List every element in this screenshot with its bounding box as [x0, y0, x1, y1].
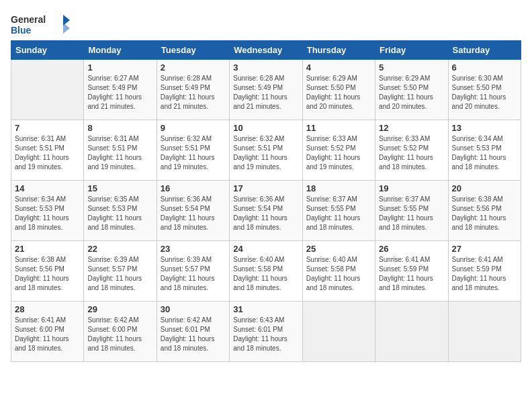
day-number: 3 [233, 62, 298, 73]
day-number: 17 [233, 183, 298, 193]
day-detail: Sunrise: 6:31 AM Sunset: 5:51 PM Dayligh… [15, 134, 80, 172]
weekday-header-thursday: Thursday [302, 41, 375, 60]
calendar-cell: 28Sunrise: 6:41 AM Sunset: 6:00 PM Dayli… [11, 302, 84, 362]
weekday-header-saturday: Saturday [448, 41, 521, 60]
day-detail: Sunrise: 6:30 AM Sunset: 5:50 PM Dayligh… [452, 74, 517, 111]
weekday-header-monday: Monday [84, 41, 157, 60]
day-detail: Sunrise: 6:34 AM Sunset: 5:53 PM Dayligh… [15, 195, 80, 232]
day-detail: Sunrise: 6:43 AM Sunset: 6:01 PM Dayligh… [233, 316, 298, 353]
calendar-cell: 11Sunrise: 6:33 AM Sunset: 5:52 PM Dayli… [302, 120, 375, 181]
day-detail: Sunrise: 6:38 AM Sunset: 5:56 PM Dayligh… [15, 255, 80, 293]
svg-marker-3 [63, 23, 70, 34]
day-detail: Sunrise: 6:42 AM Sunset: 6:01 PM Dayligh… [161, 316, 226, 353]
day-detail: Sunrise: 6:27 AM Sunset: 5:49 PM Dayligh… [87, 74, 152, 111]
calendar-cell [302, 302, 375, 362]
logo-svg: GeneralBlue [11, 11, 78, 38]
day-detail: Sunrise: 6:32 AM Sunset: 5:51 PM Dayligh… [233, 134, 298, 172]
calendar-cell: 14Sunrise: 6:34 AM Sunset: 5:53 PM Dayli… [11, 181, 84, 241]
weekday-header-tuesday: Tuesday [157, 41, 229, 60]
day-detail: Sunrise: 6:34 AM Sunset: 5:53 PM Dayligh… [452, 134, 517, 172]
calendar-cell: 27Sunrise: 6:41 AM Sunset: 5:59 PM Dayli… [448, 241, 521, 302]
day-detail: Sunrise: 6:35 AM Sunset: 5:53 PM Dayligh… [87, 195, 152, 232]
day-detail: Sunrise: 6:29 AM Sunset: 5:50 PM Dayligh… [306, 74, 371, 111]
weekday-header-row: SundayMondayTuesdayWednesdayThursdayFrid… [11, 41, 521, 60]
day-number: 25 [306, 244, 371, 254]
day-number: 4 [306, 62, 371, 73]
day-number: 22 [87, 244, 152, 254]
day-number: 11 [306, 123, 371, 133]
calendar-table: SundayMondayTuesdayWednesdayThursdayFrid… [11, 40, 521, 362]
day-detail: Sunrise: 6:39 AM Sunset: 5:57 PM Dayligh… [161, 255, 226, 293]
calendar-cell: 26Sunrise: 6:41 AM Sunset: 5:59 PM Dayli… [375, 241, 448, 302]
calendar-week-row: 1Sunrise: 6:27 AM Sunset: 5:49 PM Daylig… [11, 60, 521, 120]
calendar-cell [448, 302, 521, 362]
day-detail: Sunrise: 6:29 AM Sunset: 5:50 PM Dayligh… [379, 74, 444, 111]
day-detail: Sunrise: 6:42 AM Sunset: 6:00 PM Dayligh… [87, 316, 152, 353]
calendar-cell: 6Sunrise: 6:30 AM Sunset: 5:50 PM Daylig… [448, 60, 521, 120]
calendar-cell: 7Sunrise: 6:31 AM Sunset: 5:51 PM Daylig… [11, 120, 84, 181]
day-detail: Sunrise: 6:41 AM Sunset: 5:59 PM Dayligh… [379, 255, 444, 293]
calendar-cell: 3Sunrise: 6:28 AM Sunset: 5:49 PM Daylig… [230, 60, 302, 120]
day-detail: Sunrise: 6:31 AM Sunset: 5:51 PM Dayligh… [87, 134, 152, 172]
calendar-week-row: 21Sunrise: 6:38 AM Sunset: 5:56 PM Dayli… [11, 241, 521, 302]
calendar-cell: 31Sunrise: 6:43 AM Sunset: 6:01 PM Dayli… [230, 302, 302, 362]
day-detail: Sunrise: 6:28 AM Sunset: 5:49 PM Dayligh… [161, 74, 226, 111]
day-number: 16 [161, 183, 226, 193]
calendar-cell: 10Sunrise: 6:32 AM Sunset: 5:51 PM Dayli… [230, 120, 302, 181]
calendar-cell: 21Sunrise: 6:38 AM Sunset: 5:56 PM Dayli… [11, 241, 84, 302]
weekday-header-wednesday: Wednesday [230, 41, 302, 60]
calendar-cell: 20Sunrise: 6:38 AM Sunset: 5:56 PM Dayli… [448, 181, 521, 241]
calendar-cell: 22Sunrise: 6:39 AM Sunset: 5:57 PM Dayli… [84, 241, 157, 302]
day-detail: Sunrise: 6:39 AM Sunset: 5:57 PM Dayligh… [87, 255, 152, 293]
day-number: 28 [15, 304, 80, 314]
day-number: 8 [87, 123, 152, 133]
day-detail: Sunrise: 6:41 AM Sunset: 6:00 PM Dayligh… [15, 316, 80, 353]
day-detail: Sunrise: 6:40 AM Sunset: 5:58 PM Dayligh… [306, 255, 371, 293]
svg-text:Blue: Blue [11, 25, 32, 36]
day-number: 18 [306, 183, 371, 193]
day-number: 19 [379, 183, 444, 193]
calendar-cell: 1Sunrise: 6:27 AM Sunset: 5:49 PM Daylig… [84, 60, 157, 120]
day-detail: Sunrise: 6:36 AM Sunset: 5:54 PM Dayligh… [161, 195, 226, 232]
day-detail: Sunrise: 6:40 AM Sunset: 5:58 PM Dayligh… [233, 255, 298, 293]
calendar-cell: 5Sunrise: 6:29 AM Sunset: 5:50 PM Daylig… [375, 60, 448, 120]
calendar-cell: 17Sunrise: 6:36 AM Sunset: 5:54 PM Dayli… [230, 181, 302, 241]
day-detail: Sunrise: 6:33 AM Sunset: 5:52 PM Dayligh… [379, 134, 444, 172]
day-detail: Sunrise: 6:33 AM Sunset: 5:52 PM Dayligh… [306, 134, 371, 172]
calendar-cell: 30Sunrise: 6:42 AM Sunset: 6:01 PM Dayli… [157, 302, 229, 362]
calendar-cell: 19Sunrise: 6:37 AM Sunset: 5:55 PM Dayli… [375, 181, 448, 241]
calendar-cell: 12Sunrise: 6:33 AM Sunset: 5:52 PM Dayli… [375, 120, 448, 181]
day-number: 7 [15, 123, 80, 133]
calendar-cell: 2Sunrise: 6:28 AM Sunset: 5:49 PM Daylig… [157, 60, 229, 120]
calendar-cell: 24Sunrise: 6:40 AM Sunset: 5:58 PM Dayli… [230, 241, 302, 302]
day-number: 9 [161, 123, 226, 133]
weekday-header-friday: Friday [375, 41, 448, 60]
calendar-cell: 9Sunrise: 6:32 AM Sunset: 5:51 PM Daylig… [157, 120, 229, 181]
day-number: 1 [87, 62, 152, 73]
day-number: 20 [452, 183, 517, 193]
calendar-cell: 15Sunrise: 6:35 AM Sunset: 5:53 PM Dayli… [84, 181, 157, 241]
calendar-cell: 4Sunrise: 6:29 AM Sunset: 5:50 PM Daylig… [302, 60, 375, 120]
day-number: 5 [379, 62, 444, 73]
day-number: 23 [161, 244, 226, 254]
day-number: 26 [379, 244, 444, 254]
day-number: 29 [87, 304, 152, 314]
day-number: 24 [233, 244, 298, 254]
day-detail: Sunrise: 6:41 AM Sunset: 5:59 PM Dayligh… [452, 255, 517, 293]
page-header: GeneralBlue [11, 11, 521, 38]
calendar-week-row: 14Sunrise: 6:34 AM Sunset: 5:53 PM Dayli… [11, 181, 521, 241]
calendar-cell: 16Sunrise: 6:36 AM Sunset: 5:54 PM Dayli… [157, 181, 229, 241]
logo: GeneralBlue [11, 11, 78, 38]
day-number: 21 [15, 244, 80, 254]
day-number: 15 [87, 183, 152, 193]
day-detail: Sunrise: 6:36 AM Sunset: 5:54 PM Dayligh… [233, 195, 298, 232]
day-number: 31 [233, 304, 298, 314]
calendar-cell [375, 302, 448, 362]
day-detail: Sunrise: 6:38 AM Sunset: 5:56 PM Dayligh… [452, 195, 517, 232]
calendar-cell: 18Sunrise: 6:37 AM Sunset: 5:55 PM Dayli… [302, 181, 375, 241]
day-number: 14 [15, 183, 80, 193]
day-detail: Sunrise: 6:37 AM Sunset: 5:55 PM Dayligh… [379, 195, 444, 232]
day-detail: Sunrise: 6:32 AM Sunset: 5:51 PM Dayligh… [161, 134, 226, 172]
day-number: 27 [452, 244, 517, 254]
calendar-cell [11, 60, 84, 120]
